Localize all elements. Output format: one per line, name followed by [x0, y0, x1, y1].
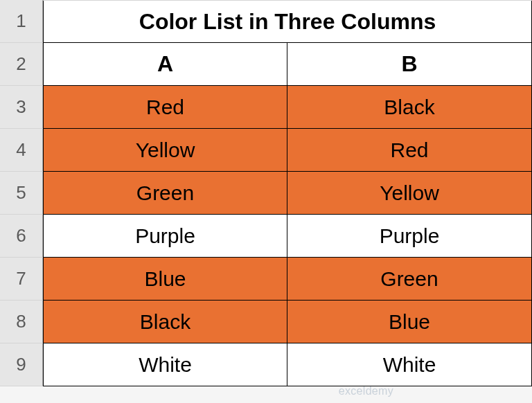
- data-cell[interactable]: Blue: [287, 301, 532, 343]
- column-header-b[interactable]: B: [287, 43, 532, 86]
- data-cell[interactable]: Red: [287, 129, 532, 172]
- row-header[interactable]: 3: [0, 86, 43, 129]
- row-header[interactable]: 9: [0, 343, 43, 386]
- data-cell[interactable]: Purple: [287, 215, 532, 258]
- data-cell[interactable]: Green: [43, 172, 287, 215]
- data-cell[interactable]: White: [43, 343, 287, 386]
- data-cell[interactable]: White: [287, 343, 532, 386]
- row-header[interactable]: 2: [0, 43, 43, 86]
- row-header[interactable]: 5: [0, 172, 43, 215]
- row-header[interactable]: 6: [0, 215, 43, 258]
- data-cell[interactable]: Purple: [43, 215, 287, 258]
- watermark: exceldemy: [339, 385, 393, 397]
- row-header[interactable]: 4: [0, 129, 43, 172]
- data-cell[interactable]: Black: [287, 86, 532, 129]
- data-cell[interactable]: Blue: [43, 258, 287, 301]
- data-cell[interactable]: Yellow: [43, 129, 287, 172]
- spreadsheet-grid: 1 Color List in Three Columns 2 A B 3 Re…: [0, 0, 532, 386]
- row-header[interactable]: 8: [0, 301, 43, 343]
- title-cell[interactable]: Color List in Three Columns: [43, 0, 532, 43]
- data-cell[interactable]: Red: [43, 86, 287, 129]
- row-header[interactable]: 7: [0, 258, 43, 301]
- data-cell[interactable]: Green: [287, 258, 532, 301]
- column-header-a[interactable]: A: [43, 43, 287, 86]
- data-cell[interactable]: Yellow: [287, 172, 532, 215]
- row-header[interactable]: 1: [0, 0, 43, 43]
- data-cell[interactable]: Black: [43, 301, 287, 343]
